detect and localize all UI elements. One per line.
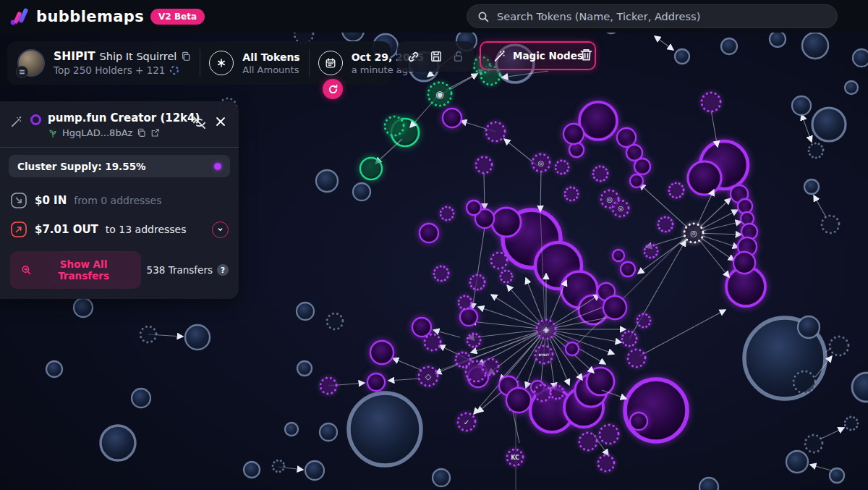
- bubble-node[interactable]: [613, 250, 624, 261]
- bubble-node[interactable]: [634, 159, 650, 174]
- bubble-node[interactable]: [830, 337, 848, 355]
- bubble-node[interactable]: [244, 462, 260, 478]
- bubble-node[interactable]: [506, 388, 531, 413]
- external-link-icon[interactable]: [150, 128, 160, 138]
- bubble-node[interactable]: [385, 117, 404, 135]
- bubble-node[interactable]: [460, 308, 477, 326]
- bubble-node[interactable]: [802, 33, 828, 59]
- bubble-node[interactable]: [579, 433, 597, 450]
- bubble-node[interactable]: [46, 361, 62, 377]
- bubble-node[interactable]: [669, 183, 684, 198]
- bubble-node[interactable]: [684, 224, 703, 242]
- copy-icon[interactable]: [181, 51, 191, 62]
- bubble-node[interactable]: [467, 200, 481, 215]
- bubble-node[interactable]: [501, 271, 512, 282]
- bubble-node[interactable]: [185, 325, 210, 350]
- delete-button[interactable]: [576, 46, 595, 65]
- bubble-node[interactable]: [792, 96, 811, 115]
- bubble-node[interactable]: [419, 367, 438, 386]
- bubble-node[interactable]: [297, 361, 312, 376]
- bubble-node[interactable]: [603, 296, 626, 319]
- bubble-node[interactable]: [470, 275, 485, 290]
- token-search-bar[interactable]: [467, 4, 838, 28]
- save-button[interactable]: [430, 50, 443, 63]
- bubble-node[interactable]: [456, 352, 470, 367]
- bubble-node[interactable]: [622, 331, 637, 346]
- bubble-node[interactable]: [550, 386, 563, 399]
- bubble-node[interactable]: [593, 166, 608, 181]
- bubble-node[interactable]: [467, 334, 480, 347]
- bubble-node[interactable]: [367, 373, 385, 391]
- bubble-node[interactable]: [285, 423, 298, 436]
- show-all-transfers-button[interactable]: Show All Transfers: [10, 251, 141, 289]
- bubble-node[interactable]: [798, 316, 820, 338]
- bubble-node[interactable]: [320, 423, 337, 441]
- bubble-node[interactable]: [566, 342, 579, 355]
- bubble-node[interactable]: [320, 378, 336, 394]
- bubble-node[interactable]: [556, 161, 569, 174]
- bubble-node[interactable]: [492, 208, 521, 237]
- bubble-node[interactable]: [132, 389, 150, 407]
- hide-cluster-button[interactable]: [190, 114, 208, 132]
- bubble-node[interactable]: [786, 451, 808, 473]
- bubble-node[interactable]: [535, 346, 553, 363]
- bubble-node[interactable]: [587, 368, 614, 395]
- bubble-node[interactable]: [425, 334, 441, 350]
- bubble-node[interactable]: [327, 313, 343, 329]
- bubble-node[interactable]: [565, 187, 578, 200]
- bubble-node[interactable]: [579, 102, 617, 140]
- bubble-node[interactable]: [74, 298, 93, 317]
- bubble-node[interactable]: [630, 174, 643, 187]
- bubble-node[interactable]: [699, 478, 718, 490]
- bubble-node[interactable]: [305, 461, 324, 480]
- bubble-node[interactable]: [658, 217, 673, 232]
- bubble-node[interactable]: [101, 426, 135, 460]
- bubble-node[interactable]: [428, 83, 451, 106]
- bubble-node[interactable]: [476, 157, 492, 173]
- bubble-node[interactable]: [853, 49, 868, 67]
- bubble-node[interactable]: [140, 326, 156, 342]
- bubble-node[interactable]: [793, 371, 815, 393]
- bubble-node[interactable]: [721, 38, 737, 54]
- close-panel-button[interactable]: [213, 114, 229, 130]
- bubble-node[interactable]: [412, 318, 431, 337]
- lock-button[interactable]: [452, 50, 465, 63]
- bubble-node[interactable]: [738, 199, 752, 214]
- bubble-node[interactable]: [433, 469, 450, 486]
- copy-icon[interactable]: [137, 128, 146, 138]
- bubble-node[interactable]: [702, 93, 720, 111]
- bubble-node[interactable]: [625, 379, 687, 442]
- bubble-node[interactable]: [644, 245, 658, 258]
- bubble-node[interactable]: [507, 449, 523, 465]
- help-icon[interactable]: ?: [217, 264, 229, 276]
- bubble-node[interactable]: [370, 341, 393, 364]
- bubble-node[interactable]: [733, 252, 755, 274]
- bubble-node[interactable]: [600, 425, 618, 444]
- bubble-node[interactable]: [830, 468, 844, 483]
- expand-outflow-button[interactable]: [212, 221, 229, 238]
- share-link-button[interactable]: [407, 50, 420, 64]
- bubble-node[interactable]: [273, 460, 284, 472]
- search-input[interactable]: [495, 10, 827, 23]
- bubble-node[interactable]: [598, 455, 614, 471]
- bubble-node[interactable]: [458, 413, 475, 431]
- bubble-node[interactable]: [459, 296, 472, 309]
- bubble-node[interactable]: [809, 143, 823, 158]
- bubble-node[interactable]: [486, 122, 505, 141]
- bubble-node[interactable]: [360, 158, 382, 179]
- bubble-node[interactable]: [812, 108, 846, 141]
- tokens-filter[interactable]: All Tokens All Amounts: [242, 51, 299, 75]
- bubble-node[interactable]: [532, 154, 550, 172]
- bubblemaps-logo[interactable]: bubblemaps V2 Beta: [10, 7, 205, 26]
- bubble-node[interactable]: [770, 31, 786, 47]
- bubble-node[interactable]: [349, 393, 421, 465]
- bubble-node[interactable]: [563, 124, 584, 144]
- bubble-node[interactable]: [434, 266, 448, 281]
- bubble-node[interactable]: [845, 417, 858, 430]
- bubble-node[interactable]: [628, 350, 645, 367]
- bubble-node[interactable]: [420, 224, 438, 242]
- bubble-node[interactable]: [535, 385, 550, 401]
- bubble-node[interactable]: [688, 161, 721, 195]
- bubble-node[interactable]: [316, 170, 338, 192]
- bubble-node[interactable]: [443, 109, 461, 127]
